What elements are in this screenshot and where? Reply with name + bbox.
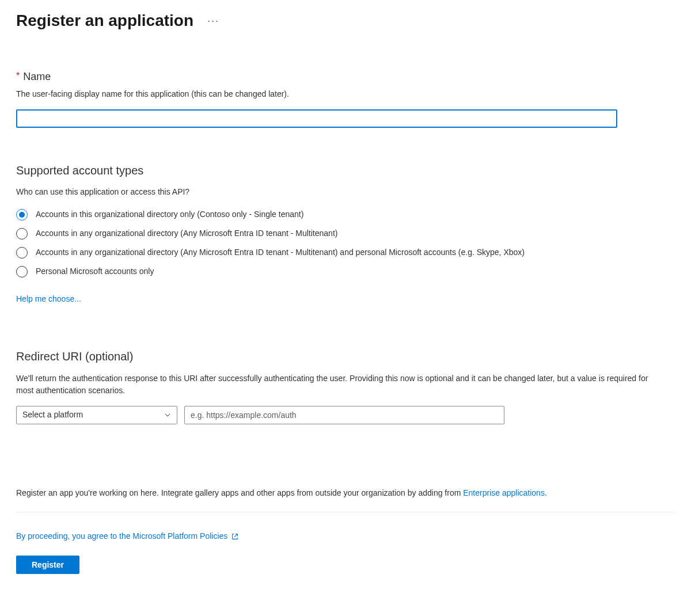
radio-icon — [16, 247, 28, 258]
name-label: *Name — [16, 70, 675, 84]
radio-label: Personal Microsoft accounts only — [36, 265, 154, 277]
name-section: *Name The user-facing display name for t… — [16, 70, 675, 128]
radio-label: Accounts in this organizational director… — [36, 208, 303, 220]
name-input[interactable] — [16, 109, 617, 128]
page-title: Register an application — [16, 9, 193, 32]
account-type-option-multitenant-personal[interactable]: Accounts in any organizational directory… — [16, 246, 667, 258]
radio-label: Accounts in any organizational directory… — [36, 246, 525, 258]
chevron-down-icon — [164, 412, 171, 419]
name-help-text: The user-facing display name for this ap… — [16, 89, 675, 100]
radio-label: Accounts in any organizational directory… — [36, 227, 337, 239]
account-types-section: Supported account types Who can use this… — [16, 162, 675, 305]
external-link-icon — [231, 533, 239, 541]
account-types-heading: Supported account types — [16, 162, 675, 178]
footer-note-suffix: . — [545, 488, 547, 497]
radio-icon — [16, 266, 28, 277]
more-actions-icon[interactable]: ··· — [207, 16, 219, 26]
platform-policies-link[interactable]: By proceeding, you agree to the Microsof… — [16, 531, 227, 542]
account-types-radio-group: Accounts in this organizational director… — [16, 208, 675, 277]
account-type-option-single-tenant[interactable]: Accounts in this organizational director… — [16, 208, 667, 220]
footer-note-block: Register an app you're working on here. … — [16, 488, 675, 512]
footer-note-text: Register an app you're working on here. … — [16, 488, 463, 497]
radio-icon — [16, 209, 28, 220]
register-button[interactable]: Register — [16, 556, 79, 574]
enterprise-applications-link[interactable]: Enterprise applications — [463, 488, 545, 497]
redirect-uri-input[interactable] — [184, 406, 504, 424]
account-type-option-personal-only[interactable]: Personal Microsoft accounts only — [16, 265, 667, 277]
redirect-uri-heading: Redirect URI (optional) — [16, 348, 675, 364]
redirect-uri-section: Redirect URI (optional) We'll return the… — [16, 348, 675, 424]
account-type-option-multitenant[interactable]: Accounts in any organizational directory… — [16, 227, 667, 239]
required-indicator: * — [16, 71, 20, 81]
redirect-uri-description: We'll return the authentication response… — [16, 372, 667, 397]
name-label-text: Name — [23, 71, 51, 82]
radio-icon — [16, 228, 28, 239]
help-me-choose-link[interactable]: Help me choose... — [16, 294, 81, 303]
platform-select-value: Select a platform — [22, 409, 83, 421]
account-types-question: Who can use this application or access t… — [16, 187, 675, 198]
platform-select[interactable]: Select a platform — [16, 406, 177, 424]
